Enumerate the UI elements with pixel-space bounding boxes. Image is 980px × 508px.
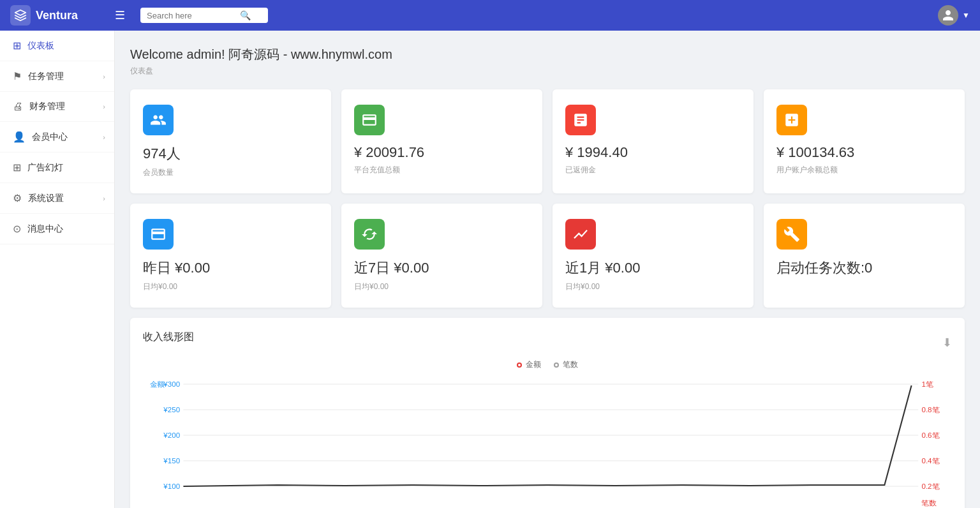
sidebar-item-msg-center[interactable]: ⊙ 消息中心 [0,214,114,244]
logo-area: Ventura [10,5,100,26]
member-count-label: 会员数量 [143,167,318,178]
logo-text: Ventura [36,9,78,22]
sidebar-item-dashboard[interactable]: ⊞ 仪表板 [0,31,114,61]
search-icon: 🔍 [240,10,251,20]
sidebar: ⊞ 仪表板 ⚑ 任务管理 › 🖨 财务管理 › 👤 会员中心 › ⊞ 广告幻灯 … [0,31,115,508]
dashboard-icon: ⊞ [13,40,21,52]
user-chevron: ▼ [962,11,970,20]
balance-value: ¥ 100134.63 [776,144,952,161]
last7days-value: 近7日 ¥0.00 [354,258,530,278]
content: Welcome admin! 阿奇源码 - www.hnymwl.com 仪表盘… [115,31,980,508]
svg-text:笔数: 笔数 [921,499,936,507]
recharge-label: 平台充值总额 [354,165,530,176]
rebate-icon [565,105,596,135]
search-bar: 🔍 [140,8,268,23]
svg-text:¥200: ¥200 [163,431,180,439]
sidebar-label-msg: 消息中心 [27,223,101,235]
member-count-value: 974人 [143,144,318,163]
stat-card-last1month: 近1月 ¥0.00 日均¥0.00 [553,204,754,308]
msg-icon: ⊙ [13,223,21,235]
sidebar-item-sys-settings[interactable]: ⚙ 系统设置 › [0,183,114,214]
main-layout: ⊞ 仪表板 ⚑ 任务管理 › 🖨 财务管理 › 👤 会员中心 › ⊞ 广告幻灯 … [0,31,980,508]
header: Ventura ☰ 🔍 ▼ [0,0,980,31]
legend-label-count: 笔数 [563,359,578,370]
svg-text:0.8笔: 0.8笔 [921,406,939,414]
sidebar-label-sys: 系统设置 [28,193,101,204]
stats-row-1: 974人 会员数量 ¥ 20091.76 平台充值总额 ¥ 19 [130,89,965,193]
gear-icon: ⚙ [13,192,22,204]
sidebar-item-finance-mgmt[interactable]: 🖨 财务管理 › [0,92,114,122]
last1month-icon [565,219,596,250]
svg-text:0.2笔: 0.2笔 [921,482,939,490]
page-header: Welcome admin! 阿奇源码 - www.hnymwl.com 仪表盘 [130,46,965,77]
stat-card-account-balance: ¥ 100134.63 用户账户余额总额 [764,89,965,193]
svg-text:1笔: 1笔 [921,380,933,388]
avatar [938,5,958,26]
recharge-icon [354,105,385,135]
svg-text:0.6笔: 0.6笔 [921,431,939,439]
stat-card-last7days: 近7日 ¥0.00 日均¥0.00 [341,204,542,308]
stats-row-2: 昨日 ¥0.00 日均¥0.00 近7日 ¥0.00 日均¥0.00 [130,204,965,308]
ad-icon: ⊞ [13,161,21,174]
sidebar-item-ad-lantern[interactable]: ⊞ 广告幻灯 [0,153,114,183]
flag-icon: ⚑ [13,70,22,82]
last7days-label: 日均¥0.00 [354,281,530,292]
chart-legend: 金额 笔数 [143,359,952,370]
breadcrumb: 仪表盘 [130,66,965,77]
stat-card-yesterday: 昨日 ¥0.00 日均¥0.00 [130,204,331,308]
task-count-icon [776,219,807,250]
stat-card-task-count: 启动任务次数:0 [764,204,965,308]
search-input[interactable] [147,11,236,20]
sidebar-label-ad: 广告幻灯 [27,162,101,174]
finance-icon: 🖨 [13,101,23,112]
last1month-value: 近1月 ¥0.00 [565,258,741,278]
sidebar-item-member-center[interactable]: 👤 会员中心 › [0,122,114,153]
user-menu[interactable]: ▼ [938,5,970,26]
chevron-right-icon: › [103,133,105,141]
chevron-right-icon: › [103,103,105,110]
rebate-label: 已返佣金 [565,165,741,176]
chart-container: ¥300 ¥250 ¥200 ¥150 ¥100 金额 1笔 0.8笔 0.6笔… [143,378,952,508]
stat-card-rebate: ¥ 1994.40 已返佣金 [553,89,754,193]
legend-dot-amount [517,362,522,368]
logo-icon [10,5,31,26]
balance-icon [776,105,807,135]
sidebar-item-task-mgmt[interactable]: ⚑ 任务管理 › [0,61,114,92]
last1month-label: 日均¥0.00 [565,281,741,292]
svg-text:¥150: ¥150 [163,457,180,465]
sidebar-label-dashboard: 仪表板 [27,40,101,52]
sidebar-label-finance: 财务管理 [29,101,101,112]
svg-text:¥100: ¥100 [163,482,180,490]
legend-count: 笔数 [554,359,578,370]
balance-label: 用户账户余额总额 [776,165,952,176]
chart-title: 收入线形图 [143,331,194,344]
svg-text:¥250: ¥250 [163,406,180,414]
page-title: Welcome admin! 阿奇源码 - www.hnymwl.com [130,46,965,63]
svg-text:金额: 金额 [150,380,165,388]
rebate-value: ¥ 1994.40 [565,144,741,161]
stat-card-platform-recharge: ¥ 20091.76 平台充值总额 [341,89,542,193]
member-count-icon [143,105,174,135]
legend-amount: 金额 [517,359,541,370]
menu-icon[interactable]: ☰ [110,6,130,25]
svg-text:¥300: ¥300 [163,380,180,388]
yesterday-value: 昨日 ¥0.00 [143,258,318,278]
yesterday-label: 日均¥0.00 [143,281,318,292]
sidebar-label-task: 任务管理 [28,71,101,82]
member-icon: 👤 [13,131,26,143]
chart-svg: ¥300 ¥250 ¥200 ¥150 ¥100 金额 1笔 0.8笔 0.6笔… [143,378,952,508]
chevron-right-icon: › [103,195,105,202]
stat-card-member-count: 974人 会员数量 [130,89,331,193]
chart-section: 收入线形图 ⬇ 金额 笔数 [130,318,965,508]
legend-dot-count [554,362,559,368]
svg-text:0.4笔: 0.4笔 [921,457,939,465]
last7days-icon [354,219,385,250]
recharge-value: ¥ 20091.76 [354,144,530,161]
sidebar-label-member: 会员中心 [32,131,101,143]
download-icon[interactable]: ⬇ [942,336,952,350]
legend-label-amount: 金额 [526,359,541,370]
task-count-value: 启动任务次数:0 [776,258,952,278]
yesterday-icon [143,219,174,250]
chevron-right-icon: › [103,73,105,80]
